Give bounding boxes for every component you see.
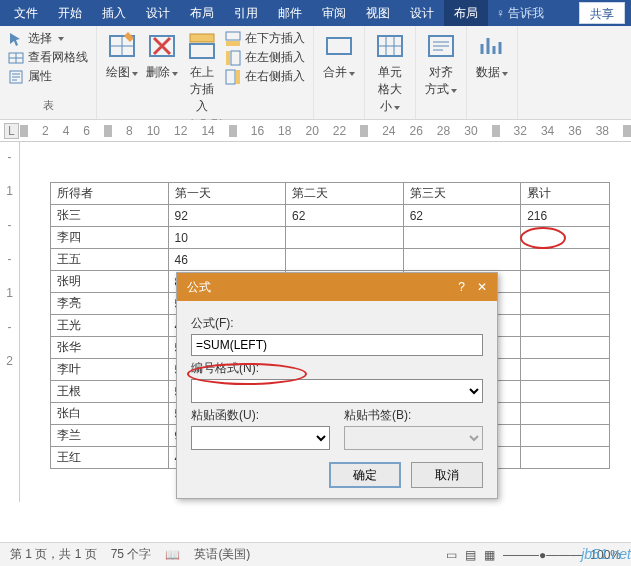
insert-left-button[interactable]: 在左侧插入 xyxy=(225,49,305,66)
dialog-titlebar: 公式 ? ✕ xyxy=(177,273,497,301)
tab-review[interactable]: 审阅 xyxy=(312,0,356,26)
svg-rect-12 xyxy=(327,38,351,54)
tab-view[interactable]: 视图 xyxy=(356,0,400,26)
formula-input[interactable] xyxy=(191,334,483,356)
table-row[interactable]: 王五46 xyxy=(51,249,610,271)
svg-rect-6 xyxy=(226,32,240,40)
language[interactable]: 英语(美国) xyxy=(194,546,250,563)
svg-rect-4 xyxy=(190,44,214,58)
cell-size-button[interactable]: 单元格大小 xyxy=(373,30,407,115)
insert-right-button[interactable]: 在右侧插入 xyxy=(225,68,305,85)
tab-design[interactable]: 设计 xyxy=(136,0,180,26)
align-button[interactable]: 对齐方式 xyxy=(424,30,458,98)
ok-button[interactable]: 确定 xyxy=(329,462,401,488)
tab-insert[interactable]: 插入 xyxy=(92,0,136,26)
share-button[interactable]: 共享 xyxy=(579,2,625,24)
format-select[interactable] xyxy=(191,379,483,403)
tab-ref[interactable]: 引用 xyxy=(224,0,268,26)
paste-fn-label: 粘贴函数(U): xyxy=(191,407,330,424)
tell-me[interactable]: ♀ 告诉我 xyxy=(496,5,544,22)
ruler-marker: L xyxy=(4,123,19,139)
word-count[interactable]: 75 个字 xyxy=(111,546,152,563)
insert-below-button[interactable]: 在下方插入 xyxy=(225,30,305,47)
tab-home[interactable]: 开始 xyxy=(48,0,92,26)
vertical-ruler: -1--1-2 xyxy=(0,142,20,502)
gridlines-button[interactable]: 查看网格线 xyxy=(8,49,88,66)
table-row[interactable]: 李四10 xyxy=(51,227,610,249)
ribbon: 选择 查看网格线 属性 表 绘图 删除 在上方插入 在下方插入 在左侧插入 在右… xyxy=(0,26,631,120)
draw-button[interactable]: 绘图 xyxy=(105,30,139,81)
tab-file[interactable]: 文件 xyxy=(4,0,48,26)
view-web-icon[interactable]: ▦ xyxy=(484,548,495,562)
watermark: jb51.net xyxy=(581,546,631,562)
data-button[interactable]: 数据 xyxy=(475,30,509,81)
svg-rect-9 xyxy=(226,51,230,65)
dialog-title: 公式 xyxy=(187,279,211,296)
view-read-icon[interactable]: ▭ xyxy=(446,548,457,562)
proofing-icon[interactable]: 📖 xyxy=(165,548,180,562)
table-header-row: 所得者第一天第二天第三天累计 xyxy=(51,183,610,205)
cancel-button[interactable]: 取消 xyxy=(411,462,483,488)
svg-rect-11 xyxy=(236,70,240,84)
tab-design2[interactable]: 设计 xyxy=(400,0,444,26)
merge-button[interactable]: 合并 xyxy=(322,30,356,81)
page-indicator[interactable]: 第 1 页，共 1 页 xyxy=(10,546,97,563)
close-icon[interactable]: ✕ xyxy=(477,280,487,294)
svg-rect-8 xyxy=(231,51,240,65)
formula-dialog: 公式 ? ✕ 公式(F): 编号格式(N): 粘贴函数(U): 粘贴书签(B):… xyxy=(176,272,498,499)
help-icon[interactable]: ? xyxy=(458,280,465,294)
table-row[interactable]: 张三926262216 xyxy=(51,205,610,227)
insert-above-button[interactable]: 在上方插入 xyxy=(185,30,219,115)
tab-mail[interactable]: 邮件 xyxy=(268,0,312,26)
format-label: 编号格式(N): xyxy=(191,360,483,377)
paste-bm-select[interactable] xyxy=(344,426,483,450)
horizontal-ruler: L 2468101214161820222426283032343638 xyxy=(0,120,631,142)
svg-rect-7 xyxy=(226,41,240,46)
formula-label: 公式(F): xyxy=(191,315,483,332)
svg-rect-5 xyxy=(190,34,214,42)
tab-layout2[interactable]: 布局 xyxy=(444,0,488,26)
paste-fn-select[interactable] xyxy=(191,426,330,450)
status-bar: 第 1 页，共 1 页 75 个字 📖 英语(美国) ▭ ▤ ▦ ———●———… xyxy=(0,542,631,566)
delete-button[interactable]: 删除 xyxy=(145,30,179,81)
svg-rect-10 xyxy=(226,70,235,84)
zoom-slider[interactable]: ———●——— xyxy=(503,548,582,562)
select-button[interactable]: 选择 xyxy=(8,30,88,47)
group-table: 表 xyxy=(43,96,54,115)
view-print-icon[interactable]: ▤ xyxy=(465,548,476,562)
tab-bar: 文件 开始 插入 设计 布局 引用 邮件 审阅 视图 设计 布局 ♀ 告诉我 共… xyxy=(0,0,631,26)
tab-layout[interactable]: 布局 xyxy=(180,0,224,26)
paste-bm-label: 粘贴书签(B): xyxy=(344,407,483,424)
props-button[interactable]: 属性 xyxy=(8,68,88,85)
